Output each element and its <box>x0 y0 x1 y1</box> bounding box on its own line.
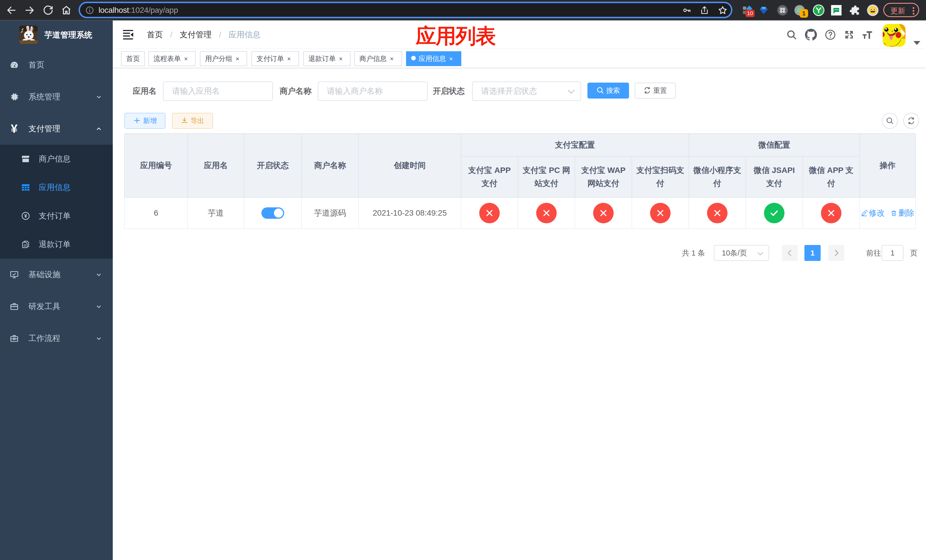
svg-text:¥: ¥ <box>24 213 27 219</box>
